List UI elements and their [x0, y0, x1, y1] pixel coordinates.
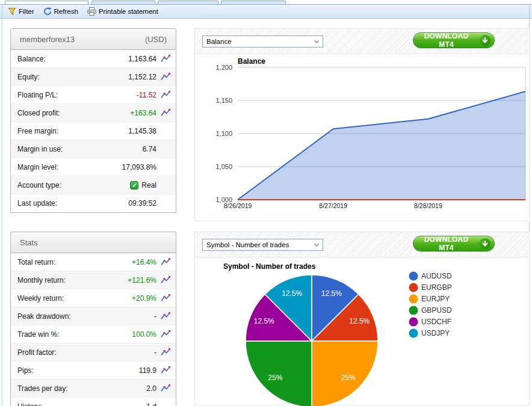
mini-chart-icon[interactable] [160, 258, 171, 266]
refresh-icon [43, 7, 52, 16]
row-value: 1,163.64 [128, 55, 156, 63]
tab-strip [0, 0, 532, 4]
row-label: Peak drawdown: [17, 312, 154, 321]
balance-chart-panel: Balance DOWNLOAD MT4 1,0001,0501,1001,15… [194, 28, 530, 221]
svg-text:8/28/2019: 8/28/2019 [414, 202, 442, 209]
row-value: +121.6% [128, 276, 156, 285]
printable-statement-label: Printable statement [99, 8, 158, 15]
pie-chart-type-select[interactable]: Symbol - Number of trades [202, 239, 323, 251]
row-value: 100.0% [132, 330, 156, 339]
row-label: Trades per day: [17, 384, 146, 393]
row-label: Last update: [17, 199, 128, 208]
row-value: 1,152.12 [128, 73, 156, 81]
legend-dot-eurjpy [409, 295, 418, 304]
svg-text:1,150: 1,150 [215, 97, 232, 104]
pie-chart: 12.5%12.5%25%25%12.5%12.5%AUDUSDEURGBPEU… [195, 257, 529, 406]
row-value: 1 d [146, 402, 156, 406]
table-row: Last update:09:39:52 [11, 194, 176, 212]
svg-text:25%: 25% [341, 374, 356, 382]
pie-chart-area: 12.5%12.5%25%25%12.5%12.5%AUDUSDEURGBPEU… [195, 257, 529, 406]
mini-chart-icon[interactable] [160, 366, 171, 375]
select-value: Symbol - Number of trades [206, 241, 289, 248]
balance-chart: 1,0001,0501,1001,1501,2008/26/20198/27/2… [195, 54, 529, 221]
download-arrow-icon [480, 35, 490, 46]
row-value: 1,145.38 [128, 127, 156, 135]
page-left-border [2, 5, 2, 406]
icon-spacer [160, 145, 171, 153]
row-value: ✓Real [130, 181, 156, 189]
table-row: Total return:+16.4% [11, 253, 176, 271]
row-label: Monthly return: [17, 276, 128, 285]
row-label: Trade win %: [17, 330, 132, 339]
balance-chart-type-select[interactable]: Balance [202, 35, 323, 48]
download-mt4-button[interactable]: DOWNLOAD MT4 [413, 32, 495, 48]
svg-text:25%: 25% [268, 374, 282, 382]
legend-dot-gbpusd [409, 306, 418, 315]
row-value: 17,093.8% [122, 163, 156, 171]
row-value: +16.4% [132, 258, 156, 266]
svg-text:12.5%: 12.5% [282, 289, 302, 298]
chevron-down-icon [314, 40, 319, 43]
pie-chart-panel: Symbol - Number of trades DOWNLOAD MT4 1… [194, 232, 530, 406]
mini-chart-icon[interactable] [160, 91, 171, 99]
chevron-down-icon [314, 244, 319, 247]
svg-text:12.5%: 12.5% [254, 317, 274, 325]
table-row: Margin level:17,093.8% [11, 158, 176, 176]
mini-chart-icon[interactable] [160, 330, 171, 339]
stats-title: Stats [20, 238, 38, 247]
mini-chart-icon[interactable] [160, 294, 171, 303]
table-row: Monthly return:+121.6% [11, 271, 176, 289]
row-value: 6.74 [143, 145, 156, 153]
mini-chart-icon[interactable] [160, 55, 171, 63]
svg-text:1,100: 1,100 [215, 130, 232, 137]
table-row: Closed profit:+163.64 [11, 104, 176, 122]
download-mt4-button[interactable]: DOWNLOAD MT4 [413, 236, 495, 251]
account-currency: (USD) [145, 35, 167, 44]
download-mt4-label: DOWNLOAD MT4 [417, 235, 475, 252]
table-row: Profit factor:- [11, 343, 176, 361]
legend-dot-audusd [409, 272, 418, 281]
mini-chart-icon[interactable] [160, 73, 171, 81]
row-label: Margin level: [17, 163, 122, 171]
mini-chart-icon[interactable] [160, 312, 171, 321]
icon-spacer [160, 127, 171, 135]
row-value: - [154, 312, 156, 321]
row-label: Pips: [17, 366, 139, 375]
account-panel-header: memberforex13 (USD) [10, 28, 176, 50]
balance-chart-area: 1,0001,0501,1001,1501,2008/26/20198/27/2… [195, 54, 529, 221]
svg-text:1,050: 1,050 [215, 163, 232, 170]
table-row: Margin in use:6.74 [11, 140, 176, 158]
stats-rows: Total return:+16.4%Monthly return:+121.6… [10, 253, 176, 406]
refresh-label: Refresh [54, 8, 78, 15]
statement-page: Filter Refresh Printable statement [0, 0, 532, 406]
toolbar: Filter Refresh Printable statement [0, 4, 532, 19]
svg-text:12.5%: 12.5% [349, 317, 370, 325]
mini-chart-icon[interactable] [160, 384, 171, 393]
row-label: Account type: [17, 181, 130, 189]
account-panel: memberforex13 (USD) Balance:1,163.64Equi… [10, 28, 176, 213]
table-row: Free margin:1,145.38 [11, 122, 176, 140]
download-mt4-label: DOWNLOAD MT4 [417, 32, 475, 49]
select-value: Balance [206, 38, 232, 45]
svg-text:12.5%: 12.5% [321, 289, 342, 298]
account-rows: Balance:1,163.64Equity:1,152.12Floating … [10, 50, 176, 213]
pie-control-bar: Symbol - Number of trades DOWNLOAD MT4 [195, 232, 529, 257]
printable-statement-button[interactable]: Printable statement [87, 7, 158, 16]
mini-chart-icon[interactable] [160, 276, 171, 285]
real-account-checkbox-icon: ✓ [130, 181, 138, 189]
filter-button[interactable]: Filter [8, 7, 34, 16]
refresh-button[interactable]: Refresh [43, 7, 78, 16]
svg-text:8/27/2019: 8/27/2019 [319, 202, 347, 209]
table-row: Floating P/L:-11.52 [11, 86, 176, 104]
stats-panel-header: Stats [10, 232, 176, 253]
icon-spacer [160, 199, 171, 208]
mini-chart-icon[interactable] [160, 109, 171, 117]
account-name: memberforex13 [20, 35, 75, 44]
legend-label: USDCHF [421, 318, 451, 326]
table-row: Peak drawdown:- [11, 307, 176, 325]
row-label: Floating P/L: [17, 91, 137, 99]
mini-chart-icon[interactable] [160, 348, 171, 357]
row-label: History: [17, 402, 146, 406]
table-row: Account type:✓Real [11, 176, 176, 194]
icon-spacer [160, 402, 171, 406]
